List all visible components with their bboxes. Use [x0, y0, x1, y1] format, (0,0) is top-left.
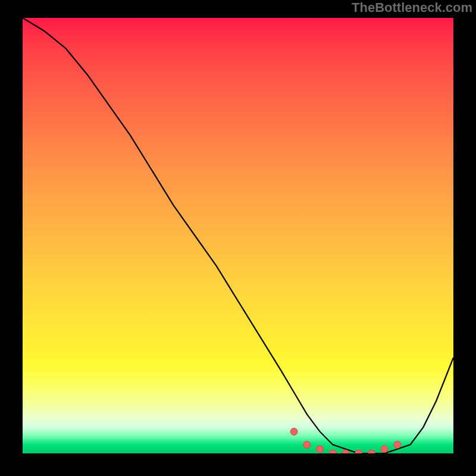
chart-svg — [23, 18, 453, 453]
watermark-text: TheBottleneck.com — [352, 0, 472, 15]
bottom-markers-group — [290, 428, 401, 453]
chart-frame: TheBottleneck.com — [0, 0, 476, 476]
bottom-marker — [368, 450, 375, 453]
bottom-marker — [317, 446, 324, 453]
bottom-marker — [381, 446, 388, 453]
bottom-marker — [355, 450, 362, 453]
chart-plot-area — [23, 18, 453, 453]
bottom-marker — [329, 450, 336, 453]
bottom-marker — [290, 428, 298, 435]
bottom-marker — [303, 441, 311, 448]
bottleneck-curve-path — [23, 18, 453, 453]
bottom-marker — [394, 441, 401, 448]
